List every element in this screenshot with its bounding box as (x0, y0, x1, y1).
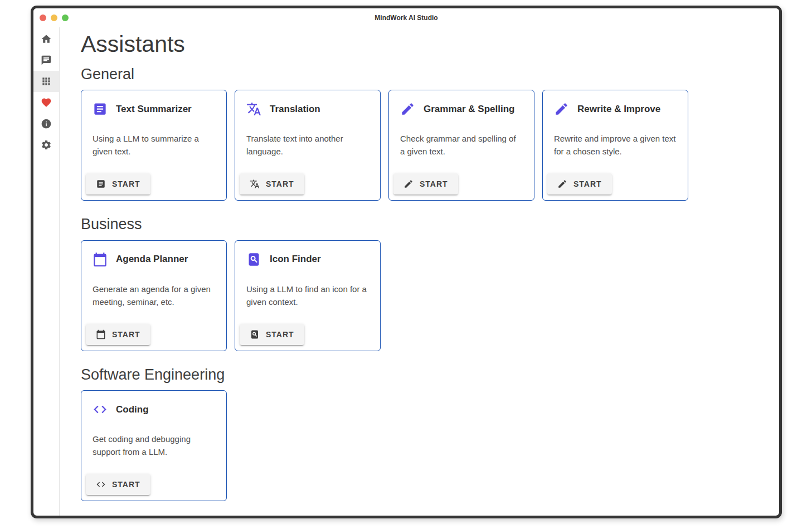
sidebar-item-favorites[interactable] (33, 92, 59, 113)
card-header: Icon Finder (235, 241, 380, 267)
sidebar-item-about[interactable] (33, 113, 59, 134)
assistant-card: Text Summarizer Using a LLM to summarize… (81, 90, 227, 201)
start-button[interactable]: START (547, 173, 612, 195)
card-title: Grammar & Spelling (424, 104, 514, 115)
card-title: Translation (270, 104, 320, 115)
sidebar-item-settings[interactable] (33, 134, 59, 156)
card-actions: START (86, 324, 150, 345)
info-icon (41, 118, 52, 129)
article-icon (93, 101, 108, 117)
card-header: Rewrite & Improve (543, 90, 688, 117)
card-title: Icon Finder (270, 254, 321, 265)
start-button-label: START (112, 480, 140, 489)
sections-container: General Text Summarizer Using a LLM to s… (81, 65, 766, 501)
assistant-card: Translation Translate text into another … (235, 90, 381, 201)
calendar-icon (93, 252, 108, 267)
card-title: Coding (116, 404, 149, 415)
card-title: Agenda Planner (116, 254, 188, 265)
apps-icon (41, 76, 52, 87)
card-description: Check grammar and spelling of a given te… (389, 132, 534, 158)
heart-icon (41, 97, 52, 108)
start-button[interactable]: START (86, 474, 150, 495)
cards-row: Coding Get coding and debugging support … (81, 390, 766, 501)
app-window: MindWork AI Studio Assistants General Te… (31, 6, 782, 518)
cards-row: Text Summarizer Using a LLM to summarize… (81, 90, 766, 201)
maximize-button[interactable] (62, 14, 69, 21)
close-button[interactable] (40, 14, 46, 21)
window-title: MindWork AI Studio (33, 14, 779, 22)
start-button[interactable]: START (86, 324, 150, 345)
minimize-button[interactable] (51, 14, 57, 21)
start-button-label: START (112, 179, 140, 188)
start-button-label: START (266, 179, 294, 188)
start-button-label: START (112, 330, 140, 339)
gear-icon (41, 139, 52, 151)
assistant-card: Grammar & Spelling Check grammar and spe… (388, 90, 534, 201)
card-actions: START (86, 173, 150, 195)
sidebar-item-home[interactable] (33, 28, 59, 50)
card-actions: START (393, 173, 458, 195)
card-header: Translation (235, 90, 380, 117)
pencil-icon (557, 179, 567, 189)
sidebar-item-chats[interactable] (33, 50, 59, 71)
card-header: Text Summarizer (81, 90, 226, 117)
card-description: Rewrite and improve a given text for a c… (543, 132, 688, 158)
card-description: Using a LLM to summarize a given text. (81, 132, 226, 158)
assistant-card: Coding Get coding and debugging support … (81, 390, 227, 501)
calendar-icon (96, 329, 106, 339)
section: General Text Summarizer Using a LLM to s… (81, 65, 766, 201)
code-icon (93, 402, 108, 417)
article-icon (96, 179, 106, 189)
card-actions: START (240, 173, 304, 195)
start-button[interactable]: START (240, 324, 304, 345)
start-button-label: START (266, 330, 294, 339)
iconsearch-icon (250, 329, 260, 339)
card-actions: START (547, 173, 612, 195)
code-icon (96, 479, 106, 489)
chat-icon (41, 55, 52, 66)
card-actions: START (240, 324, 304, 345)
start-button[interactable]: START (240, 173, 304, 195)
card-description: Get coding and debugging support from a … (81, 433, 226, 458)
card-description: Using a LLM to find an icon for a given … (235, 283, 380, 308)
start-button-label: START (420, 179, 448, 188)
main-content: Assistants General Text Summarizer Using… (60, 27, 779, 516)
cards-row: Agenda Planner Generate an agenda for a … (81, 240, 766, 351)
section-title: Business (81, 215, 766, 233)
iconsearch-icon (246, 252, 261, 267)
section-title: General (81, 65, 766, 83)
assistant-card: Rewrite & Improve Rewrite and improve a … (542, 90, 688, 201)
titlebar: MindWork AI Studio (33, 8, 779, 27)
home-icon (41, 33, 52, 45)
page-title: Assistants (81, 32, 766, 57)
sidebar (33, 27, 60, 516)
assistant-card: Agenda Planner Generate an agenda for a … (81, 240, 227, 351)
pencil-icon (554, 101, 569, 117)
section-title: Software Engineering (81, 366, 766, 384)
card-title: Rewrite & Improve (577, 104, 660, 115)
pencil-icon (403, 179, 414, 189)
traffic-lights (40, 8, 69, 27)
section: Business Agenda Planner Generate an agen… (81, 215, 766, 351)
card-header: Coding (81, 391, 226, 417)
section: Software Engineering Coding Get coding a… (81, 366, 766, 501)
translate-icon (250, 179, 260, 189)
start-button-label: START (573, 179, 602, 188)
card-description: Translate text into another language. (235, 132, 380, 158)
start-button[interactable]: START (86, 173, 150, 195)
card-description: Generate an agenda for a given meeting, … (81, 283, 226, 308)
pencil-icon (400, 101, 415, 117)
card-actions: START (86, 474, 150, 495)
start-button[interactable]: START (393, 173, 458, 195)
card-header: Grammar & Spelling (389, 90, 534, 117)
translate-icon (246, 101, 261, 117)
card-header: Agenda Planner (81, 241, 226, 267)
assistant-card: Icon Finder Using a LLM to find an icon … (235, 240, 381, 351)
sidebar-item-assistants[interactable] (33, 71, 59, 92)
card-title: Text Summarizer (116, 104, 192, 115)
